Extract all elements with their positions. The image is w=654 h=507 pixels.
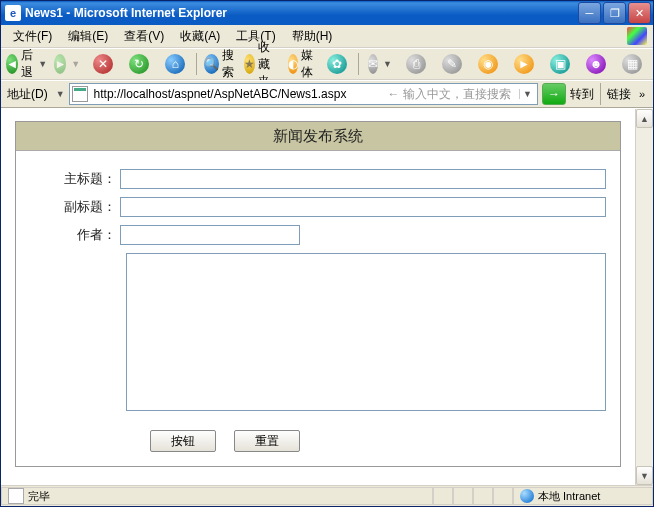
zone-icon [520,489,534,503]
search-button[interactable]: 🔍 搜索 [201,51,237,77]
flag-icon: ▣ [550,54,570,74]
users-icon: ☻ [586,54,606,74]
chevron-down-icon: ▼ [36,59,47,69]
refresh-button[interactable]: ↻ [122,51,156,77]
chevron-down-icon: ▼ [54,89,65,99]
menu-help[interactable]: 帮助(H) [284,26,341,47]
edit-button[interactable]: ✎ [435,51,469,77]
print-button[interactable]: ⎙ [399,51,433,77]
status-bar: 完毕 本地 Intranet [1,485,653,506]
address-label: 地址(D) [5,86,50,103]
maximize-button[interactable]: ❐ [603,2,626,24]
scroll-up-icon[interactable]: ▲ [636,109,653,128]
security-zone: 本地 Intranet [538,489,600,504]
content-textarea[interactable] [126,253,606,411]
print-icon: ⎙ [406,54,426,74]
ext5-button[interactable]: ▦ [615,51,649,77]
main-title-label: 主标题： [30,170,120,188]
forward-button[interactable]: ► ▼ [50,51,84,77]
scroll-track[interactable] [636,128,653,466]
separator [358,53,359,75]
media-button[interactable]: ◐ 媒体 [283,51,319,77]
history-icon: ✿ [327,54,347,74]
search-label: 搜索 [222,47,234,81]
menu-bar: 文件(F) 编辑(E) 查看(V) 收藏(A) 工具(T) 帮助(H) [1,25,653,48]
submit-button[interactable]: 按钮 [150,430,216,452]
menu-view[interactable]: 查看(V) [116,26,172,47]
forward-arrow-icon: ► [54,54,66,74]
content-area: 新闻发布系统 主标题： 副标题： 作者： [1,108,653,485]
window-title: News1 - Microsoft Internet Explorer [25,6,578,20]
mail-button[interactable]: ✉▼ [363,51,397,77]
stop-button[interactable]: ✕ [86,51,120,77]
author-input[interactable] [120,225,300,245]
star-icon: ★ [244,54,255,74]
separator [600,83,601,105]
back-label: 后退 [21,47,33,81]
status-text: 完毕 [28,489,50,504]
ime-hint: ← 输入中文，直接搜索 [388,86,515,103]
minimize-button[interactable]: ─ [578,2,601,24]
go-button[interactable]: → [542,83,566,105]
ext4-button[interactable]: ☻ [579,51,613,77]
navigation-toolbar: ◄ 后退 ▼ ► ▼ ✕ ↻ ⌂ 🔍 搜索 ★ 收藏夹 ◐ 媒体 ✿ ✉▼ ⎙ … [1,48,653,80]
page-icon [72,86,88,102]
back-button[interactable]: ◄ 后退 ▼ [5,51,48,77]
media-icon: ◐ [288,54,298,74]
favorites-button[interactable]: ★ 收藏夹 [239,51,281,77]
history-button[interactable]: ✿ [320,51,354,77]
stop-icon: ✕ [93,54,113,74]
title-bar: e News1 - Microsoft Internet Explorer ─ … [1,1,653,25]
refresh-icon: ↻ [129,54,149,74]
scroll-down-icon[interactable]: ▼ [636,466,653,485]
sub-title-label: 副标题： [30,198,120,216]
ie-window: e News1 - Microsoft Internet Explorer ─ … [0,0,654,507]
news-form: 新闻发布系统 主标题： 副标题： 作者： [15,121,621,467]
menu-edit[interactable]: 编辑(E) [60,26,116,47]
play-icon: ► [514,54,534,74]
go-label: 转到 [570,86,594,103]
mail-icon: ✉ [368,54,378,74]
ext3-button[interactable]: ▣ [543,51,577,77]
chevron-down-icon[interactable]: ▼ [519,89,535,99]
form-header: 新闻发布系统 [16,122,620,151]
sub-title-input[interactable] [120,197,606,217]
home-icon: ⌂ [165,54,185,74]
document-icon [8,488,24,504]
windows-flag-icon [627,27,647,45]
home-button[interactable]: ⌂ [158,51,192,77]
vertical-scrollbar[interactable]: ▲ ▼ [635,109,653,485]
chevron-down-icon: ▼ [69,59,80,69]
more-icon: ▦ [622,54,642,74]
menu-favorites[interactable]: 收藏(A) [172,26,228,47]
chevron-right-icon[interactable]: » [635,88,649,100]
page-body: 新闻发布系统 主标题： 副标题： 作者： [1,109,635,485]
main-title-input[interactable] [120,169,606,189]
author-label: 作者： [30,226,120,244]
edit-icon: ✎ [442,54,462,74]
address-bar: 地址(D) ▼ ← 输入中文，直接搜索 ▼ → 转到 链接 » [1,80,653,108]
back-arrow-icon: ◄ [6,54,18,74]
links-label[interactable]: 链接 [607,86,631,103]
address-combo[interactable]: ← 输入中文，直接搜索 ▼ [69,83,538,105]
circle-icon: ◉ [478,54,498,74]
reset-button[interactable]: 重置 [234,430,300,452]
search-icon: 🔍 [204,54,219,74]
media-label: 媒体 [301,47,313,81]
chevron-down-icon: ▼ [381,59,392,69]
separator [196,53,197,75]
ext2-button[interactable]: ► [507,51,541,77]
menu-file[interactable]: 文件(F) [5,26,60,47]
ext1-button[interactable]: ◉ [471,51,505,77]
close-button[interactable]: ✕ [628,2,651,24]
ie-logo-icon: e [5,5,21,21]
url-input[interactable] [92,86,384,102]
